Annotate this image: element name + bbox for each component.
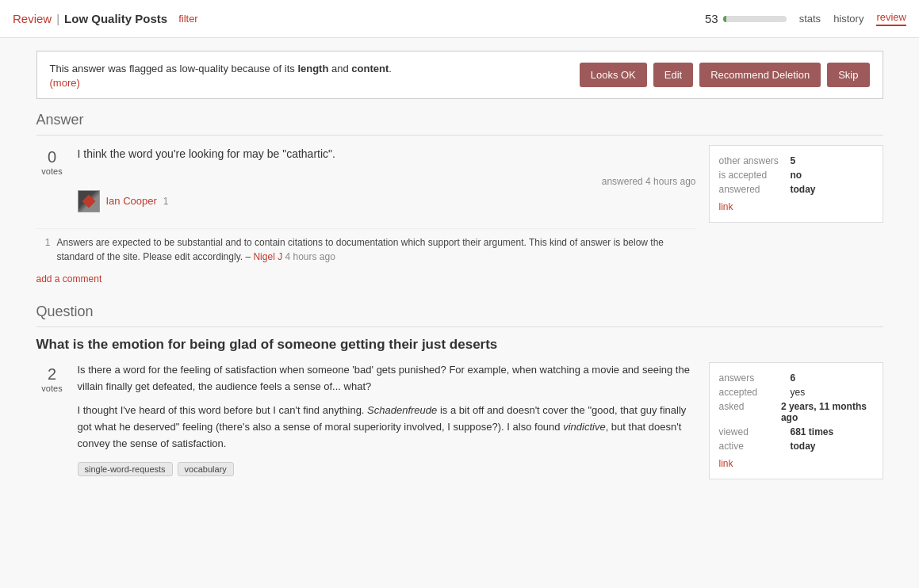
flag-text-content: content [351, 63, 389, 74]
viewed-label: viewed [719, 426, 791, 437]
answer-sidebar: other answers 5 is accepted no answered … [709, 145, 883, 284]
answer-layout: 0 votes I think the word you're looking … [36, 145, 883, 284]
other-answers-row: other answers 5 [719, 155, 873, 166]
nav-stats[interactable]: stats [799, 13, 821, 25]
add-comment-link[interactable]: add a comment [36, 273, 102, 284]
edit-button[interactable]: Edit [653, 63, 693, 87]
answer-info-box: other answers 5 is accepted no answered … [709, 145, 883, 223]
question-sidebar: answers 6 accepted yes asked 2 years, 11… [709, 362, 883, 479]
answer-section-heading: Answer [36, 112, 883, 128]
flag-notice-text: This answer was flagged as low-quality b… [50, 63, 392, 74]
question-divider [36, 326, 883, 327]
question-body-2: I thought I've heard of this word before… [78, 403, 696, 452]
answered-time: answered 4 hours ago [602, 176, 696, 187]
tag-single-word[interactable]: single-word-requests [78, 462, 173, 476]
answer-row: 0 votes I think the word you're looking … [36, 145, 696, 222]
filter-link[interactable]: filter [178, 13, 198, 25]
user-name[interactable]: Ian Cooper [106, 195, 157, 207]
answer-body: I think the word you're looking for may … [78, 145, 696, 162]
review-count-area: 53 [705, 12, 787, 25]
answer-content: I think the word you're looking for may … [78, 145, 696, 222]
vote-area: 0 votes [36, 145, 68, 222]
question-info-box: answers 6 accepted yes asked 2 years, 11… [709, 362, 883, 479]
answered-label: answered [719, 184, 791, 195]
breadcrumb-title: Low Quality Posts [64, 12, 167, 25]
active-value: today [791, 441, 816, 452]
flag-notice: This answer was flagged as low-quality b… [36, 51, 883, 99]
active-label: active [719, 441, 791, 452]
recommend-deletion-button[interactable]: Recommend Deletion [699, 63, 821, 87]
comment-author[interactable]: Nigel J [253, 251, 282, 262]
question-body-1: Is there a word for the feeling of satis… [78, 362, 696, 395]
flag-text-length: length [297, 63, 328, 74]
comment-number: 1 [36, 235, 51, 264]
answers-value: 6 [791, 372, 796, 384]
answered-info: answered 4 hours ago Ian Cooper 1 [78, 175, 696, 212]
accepted-row: accepted yes [719, 387, 873, 398]
nav-history[interactable]: history [833, 13, 863, 25]
other-answers-value: 5 [791, 155, 796, 166]
answered-value: today [791, 184, 816, 195]
tag-vocabulary[interactable]: vocabulary [178, 462, 234, 476]
flag-notice-text-area: This answer was flagged as low-quality b… [50, 61, 392, 89]
comment-area: 1 Answers are expected to be substantial… [36, 228, 696, 284]
asked-row: asked 2 years, 11 months ago [719, 401, 873, 423]
is-accepted-row: is accepted no [719, 170, 873, 181]
answer-link[interactable]: link [719, 201, 873, 212]
flag-text-prefix: This answer was flagged as low-quality b… [50, 63, 298, 74]
question-section-heading: Question [36, 304, 883, 320]
header: Review | Low Quality Posts filter 53 sta… [0, 0, 919, 38]
comment-time: 4 hours ago [285, 251, 335, 262]
question-vote-count: 2 [48, 365, 56, 384]
is-accepted-label: is accepted [719, 170, 791, 181]
comment-item: 1 Answers are expected to be substantial… [36, 235, 696, 264]
answers-row: answers 6 [719, 372, 873, 384]
main-content: This answer was flagged as low-quality b… [24, 38, 896, 492]
answered-row: answered today [719, 184, 873, 195]
answer-vote-label: votes [41, 166, 62, 176]
is-accepted-value: no [791, 170, 802, 181]
body2-prefix: I thought I've heard of this word before… [78, 404, 368, 416]
flag-text-suffix: . [389, 63, 392, 74]
comment-body: Answers are expected to be substantial a… [57, 237, 664, 262]
answer-divider [36, 135, 883, 136]
asked-label: asked [719, 401, 781, 423]
question-section: Question What is the emotion for being g… [36, 304, 883, 479]
accepted-value: yes [791, 387, 806, 398]
skip-button[interactable]: Skip [827, 63, 869, 87]
header-right: 53 stats history review [705, 11, 906, 26]
progress-bar-fill [723, 16, 726, 22]
active-row: active today [719, 441, 873, 452]
other-answers-label: other answers [719, 155, 791, 166]
question-content: Is there a word for the feeling of satis… [78, 362, 696, 476]
answers-label: answers [719, 372, 791, 384]
question-layout: 2 votes Is there a word for the feeling … [36, 362, 883, 479]
comment-text: Answers are expected to be substantial a… [57, 235, 696, 264]
breadcrumb-review[interactable]: Review [13, 12, 52, 25]
question-vote-area: 2 votes [36, 362, 68, 476]
body2-italic2: vindictive [563, 421, 605, 433]
tags-area: single-word-requests vocabulary [78, 462, 696, 476]
viewed-value: 681 times [791, 426, 834, 437]
question-title: What is the emotion for being glad of so… [36, 337, 883, 353]
comment-dash: – [245, 251, 253, 262]
review-count: 53 [705, 12, 718, 25]
nav-review[interactable]: review [876, 11, 906, 26]
answer-vote-count: 0 [48, 148, 56, 166]
breadcrumb-separator: | [56, 12, 59, 25]
flag-notice-more[interactable]: (more) [50, 77, 392, 89]
breadcrumb: Review | Low Quality Posts filter [13, 12, 705, 25]
looks-ok-button[interactable]: Looks OK [580, 63, 647, 87]
question-vote-label: votes [41, 384, 62, 393]
accepted-label: accepted [719, 387, 791, 398]
progress-bar [723, 16, 787, 22]
question-vote-row: 2 votes Is there a word for the feeling … [36, 362, 696, 476]
user-card: Ian Cooper 1 [78, 190, 696, 212]
question-main: 2 votes Is there a word for the feeling … [36, 362, 696, 479]
question-link[interactable]: link [719, 458, 873, 469]
avatar [78, 190, 100, 212]
user-rep: 1 [163, 196, 169, 207]
viewed-row: viewed 681 times [719, 426, 873, 437]
answer-main: 0 votes I think the word you're looking … [36, 145, 696, 284]
flag-notice-buttons: Looks OK Edit Recommend Deletion Skip [580, 63, 870, 87]
